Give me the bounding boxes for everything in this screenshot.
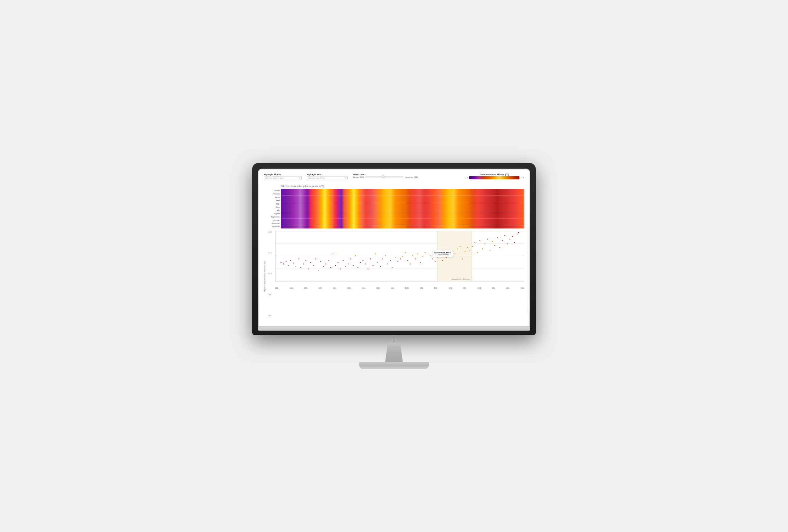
monitor-body: Highlight Month Highlight Month of Date … <box>252 163 536 335</box>
apple-logo:  <box>393 336 395 343</box>
x-label-1901: 1901 <box>347 287 351 289</box>
dot <box>474 242 475 243</box>
stand-base <box>359 362 429 369</box>
x-label-1981: 1981 <box>463 287 467 289</box>
y-axis-ticks: +1.0 +0.5 +0.0 -0.5 -1.0 <box>268 231 272 317</box>
dot <box>380 266 381 267</box>
y-tick-bottom: -1.0 <box>268 315 272 316</box>
dot <box>482 248 483 249</box>
dot <box>382 258 383 259</box>
x-label-1891: 1891 <box>333 287 336 289</box>
grid-line-lower <box>275 269 524 269</box>
dot <box>342 260 343 261</box>
scatter-container: Difference from median temperature (°C) … <box>264 231 524 322</box>
dot <box>357 267 358 268</box>
dot <box>425 252 426 253</box>
highlight-month-select[interactable]: Highlight Month of Date ▼ <box>264 176 302 180</box>
legend-max: +1.0 <box>520 177 524 179</box>
dot <box>295 266 296 267</box>
dot <box>514 242 515 243</box>
dot <box>298 258 299 259</box>
dot <box>422 256 423 257</box>
dot <box>497 237 498 238</box>
date-slider-thumb[interactable] <box>382 176 384 178</box>
dot <box>507 243 508 244</box>
dot <box>504 235 505 236</box>
monitor-chin <box>258 327 530 331</box>
highlight-year-label: Highlight Year <box>307 173 348 176</box>
dot <box>335 265 336 266</box>
dot <box>280 262 281 263</box>
dot <box>345 266 346 267</box>
dot <box>392 267 393 268</box>
y-tick-lower: -0.5 <box>268 294 272 296</box>
dot <box>338 262 338 263</box>
zero-line <box>275 256 524 256</box>
month-label-sep: September <box>264 216 280 218</box>
dot <box>365 263 366 264</box>
dot <box>417 253 418 254</box>
dot <box>477 252 478 253</box>
select-date-label: Select date <box>353 173 418 176</box>
screen-inner: Highlight Month Highlight Month of Date … <box>259 170 529 326</box>
month-label-dec: December <box>264 226 280 228</box>
dot <box>487 239 488 239</box>
month-label-nov: November <box>264 222 280 224</box>
x-label-2011: 2011 <box>506 287 510 289</box>
highlight-month-arrow: ▼ <box>298 177 300 179</box>
dot <box>318 270 319 271</box>
dot <box>432 258 433 259</box>
relative-label: Relative to 1961-1990 avg <box>451 278 469 280</box>
dot <box>512 236 513 237</box>
highlight-year-group: Highlight Year Highlight Year of Date ▼ <box>307 173 348 180</box>
dot <box>494 245 495 246</box>
x-label-1971: 1971 <box>449 287 452 289</box>
x-label-1911: 1911 <box>362 287 365 289</box>
x-label-1991: 1991 <box>477 287 481 289</box>
dot <box>315 258 316 259</box>
month-label-feb: February <box>264 193 280 195</box>
dot <box>479 240 480 241</box>
heatmap-container: January February March April May June Ju… <box>264 189 524 229</box>
legend-label: Difference from Median (°C) <box>465 173 524 176</box>
dot <box>387 263 388 264</box>
dot <box>370 258 371 259</box>
highlight-year-arrow: ▼ <box>344 177 346 179</box>
dot <box>310 262 311 263</box>
month-label-oct: October <box>264 219 280 221</box>
dot <box>420 262 421 263</box>
x-label-1881: 1881 <box>318 287 322 289</box>
dot <box>288 265 289 266</box>
dot <box>377 262 378 263</box>
highlight-month-group: Highlight Month Highlight Month of Date … <box>264 173 302 180</box>
month-label-jul: July <box>264 209 280 211</box>
outlier-dot <box>518 232 519 233</box>
month-label-mar: March <box>264 196 280 198</box>
dot <box>303 263 304 264</box>
month-label-jan: January <box>264 190 280 192</box>
monitor-wrapper: Highlight Month Highlight Month of Date … <box>252 163 536 369</box>
date-start-label: January 1850 <box>353 176 364 178</box>
dot <box>499 247 500 248</box>
dot <box>306 260 307 261</box>
legend-group: Difference from Median (°C) -1.0 +1.0 <box>465 173 524 179</box>
date-slider-track[interactable] <box>365 177 403 177</box>
dot <box>330 267 331 268</box>
dot <box>323 266 324 267</box>
dot <box>492 241 493 242</box>
dot <box>442 260 443 261</box>
legend-min: -1.0 <box>465 177 468 179</box>
dot <box>462 258 463 259</box>
dot <box>502 240 503 241</box>
x-label-1851: 1851 <box>275 287 279 289</box>
x-label-1961: 1961 <box>434 287 437 289</box>
date-slider-group: Select date January 1850 December 2015 <box>353 173 418 178</box>
chart-section-label: Difference from median global temperatur… <box>281 185 324 187</box>
highlight-month-value: Highlight Month of Date <box>265 177 283 179</box>
heatmap-visual <box>281 189 524 229</box>
dot <box>353 265 354 266</box>
highlight-year-select[interactable]: Highlight Year of Date ▼ <box>307 176 348 180</box>
y-axis-label: Difference from median temperature (°C) <box>264 231 268 322</box>
date-slider-row: January 1850 December 2015 <box>353 176 418 178</box>
month-label-may: May <box>264 203 280 205</box>
